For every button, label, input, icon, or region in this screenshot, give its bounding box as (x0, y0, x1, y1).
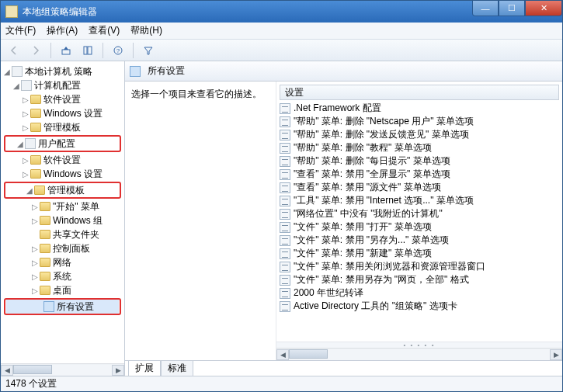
tree-hscrollbar[interactable]: ◀ ▶ (1, 363, 124, 376)
statusbar: 1478 个设置 (1, 376, 562, 391)
svg-rect-1 (84, 47, 87, 54)
settings-list[interactable]: .Net Framework 配置"帮助" 菜单: 删除 "Netscape 用… (276, 102, 562, 342)
list-item[interactable]: "文件" 菜单: 禁用关闭浏览器和资源管理器窗口 (280, 260, 559, 273)
setting-icon (280, 235, 290, 246)
navigation-tree[interactable]: ◢本地计算机 策略 ◢计算机配置 ▷软件设置 ▷Windows 设置 ▷管理模板… (1, 61, 124, 363)
folder-icon (40, 258, 50, 267)
resize-handle[interactable]: • • • • • (276, 342, 562, 348)
tree-admin-shared[interactable]: 共享文件夹 (53, 228, 99, 241)
highlight-admin-templates: ◢管理模板 (4, 182, 121, 199)
tree-admin-desktop[interactable]: 桌面 (53, 284, 71, 297)
list-item-label: "帮助" 菜单: 删除 "Netscape 用户" 菜单选项 (294, 115, 474, 128)
tree-admin-system[interactable]: 系统 (53, 270, 71, 283)
setting-icon (280, 143, 290, 154)
policy-icon (12, 66, 23, 77)
app-icon (5, 5, 18, 18)
list-item-label: "帮助" 菜单: 删除 "每日提示" 菜单选项 (294, 154, 450, 168)
forward-button[interactable] (27, 42, 44, 59)
list-item-label: "网络位置" 中没有 "我附近的计算机" (294, 207, 443, 220)
scroll-left-icon[interactable]: ◀ (276, 349, 289, 360)
tree-user-config[interactable]: 用户配置 (38, 137, 75, 151)
list-item[interactable]: "工具" 菜单: 禁用 "Internet 选项..." 菜单选项 (280, 194, 559, 207)
filter-button[interactable] (140, 42, 157, 59)
list-item-label: "查看" 菜单: 禁用 "源文件" 菜单选项 (294, 181, 441, 194)
tree-cc-software[interactable]: 软件设置 (43, 93, 81, 106)
list-item-label: "帮助" 菜单: 删除 "发送反馈意见" 菜单选项 (294, 128, 469, 141)
up-button[interactable] (57, 42, 75, 59)
list-item[interactable]: "帮助" 菜单: 删除 "教程" 菜单选项 (280, 141, 559, 154)
menu-file[interactable]: 文件(F) (5, 24, 36, 37)
tab-extended[interactable]: 扩展 (128, 360, 161, 376)
tree-uc-windows[interactable]: Windows 设置 (43, 168, 103, 181)
tree-admin-wincomp[interactable]: Windows 组 (53, 214, 103, 227)
all-settings-icon (43, 301, 54, 312)
back-button[interactable] (5, 42, 23, 59)
setting-icon (280, 222, 290, 233)
list-item[interactable]: "文件" 菜单: 禁用 "打开" 菜单选项 (280, 220, 559, 234)
list-item[interactable]: "帮助" 菜单: 删除 "Netscape 用户" 菜单选项 (280, 115, 559, 128)
tree-admin-network[interactable]: 网络 (53, 256, 71, 269)
menubar: 文件(F) 操作(A) 查看(V) 帮助(H) (1, 23, 562, 40)
tree-admin-start[interactable]: "开始" 菜单 (53, 200, 99, 213)
menu-help[interactable]: 帮助(H) (130, 24, 162, 37)
scroll-left-icon[interactable]: ◀ (1, 365, 13, 376)
details-pane: 所有设置 选择一个项目来查看它的描述。 设置 .Net Framework 配置… (125, 61, 562, 376)
list-item[interactable]: "文件" 菜单: 禁用 "新建" 菜单选项 (280, 247, 559, 260)
settings-list-column: 设置 .Net Framework 配置"帮助" 菜单: 删除 "Netscap… (276, 82, 562, 360)
computer-config-icon (21, 80, 32, 91)
tree-root[interactable]: 本地计算机 策略 (25, 65, 92, 78)
tree-admin-control[interactable]: 控制面板 (53, 242, 90, 255)
maximize-button[interactable]: ☐ (499, 1, 525, 16)
scroll-right-icon[interactable]: ▶ (112, 365, 124, 376)
tree-cc-windows[interactable]: Windows 设置 (43, 107, 103, 120)
list-item[interactable]: "网络位置" 中没有 "我附近的计算机" (280, 207, 559, 220)
list-item[interactable]: "文件" 菜单: 禁用另存为 "网页，全部" 格式 (280, 273, 559, 286)
titlebar: 本地组策略编辑器 — ☐ ✕ (1, 1, 562, 23)
column-header-setting[interactable]: 设置 (280, 85, 559, 100)
highlight-all-settings: 所有设置 (4, 298, 121, 315)
toolbar: ? (1, 40, 562, 61)
setting-icon (280, 116, 290, 127)
minimize-button[interactable]: — (472, 1, 499, 16)
folder-icon (30, 169, 41, 179)
menu-action[interactable]: 操作(A) (47, 24, 78, 37)
list-hscrollbar[interactable]: ◀ ▶ (276, 348, 562, 360)
list-item[interactable]: "文件" 菜单: 禁用 "另存为..." 菜单选项 (280, 234, 559, 247)
details-title: 所有设置 (148, 64, 185, 78)
list-item[interactable]: 2000 年世纪转译 (280, 286, 559, 300)
tree-uc-admin[interactable]: 管理模板 (47, 184, 85, 197)
menu-view[interactable]: 查看(V) (89, 24, 120, 37)
setting-icon (280, 103, 290, 114)
scroll-right-icon[interactable]: ▶ (550, 349, 562, 360)
list-item-label: "文件" 菜单: 禁用 "新建" 菜单选项 (294, 247, 432, 260)
svg-rect-0 (62, 50, 70, 54)
tree-all-settings[interactable]: 所有设置 (57, 300, 94, 314)
setting-icon (280, 130, 290, 140)
setting-icon (280, 169, 290, 180)
show-hide-button[interactable] (79, 42, 96, 59)
folder-icon (30, 123, 41, 132)
tree-cc-admin[interactable]: 管理模板 (43, 121, 81, 134)
help-button[interactable]: ? (109, 42, 127, 59)
list-item-label: .Net Framework 配置 (294, 102, 381, 115)
list-item-label: "文件" 菜单: 禁用 "另存为..." 菜单选项 (294, 234, 449, 247)
list-item[interactable]: "查看" 菜单: 禁用 "全屏显示" 菜单选项 (280, 168, 559, 181)
list-item[interactable]: "帮助" 菜单: 删除 "发送反馈意见" 菜单选项 (280, 128, 559, 141)
close-button[interactable]: ✕ (525, 1, 562, 16)
folder-icon (30, 155, 41, 165)
tree-computer-config[interactable]: 计算机配置 (34, 79, 81, 92)
details-header: 所有设置 (125, 61, 562, 82)
svg-rect-2 (88, 47, 92, 54)
setting-icon (280, 156, 290, 167)
list-item-label: Active Directory 工具的 "组策略" 选项卡 (294, 300, 457, 313)
setting-icon (280, 275, 290, 286)
list-item-label: "查看" 菜单: 禁用 "全屏显示" 菜单选项 (294, 168, 450, 181)
app-window: 本地组策略编辑器 — ☐ ✕ 文件(F) 操作(A) 查看(V) 帮助(H) ?… (0, 0, 563, 392)
folder-icon (40, 202, 50, 211)
list-item[interactable]: .Net Framework 配置 (280, 102, 559, 115)
list-item[interactable]: "查看" 菜单: 禁用 "源文件" 菜单选项 (280, 181, 559, 194)
list-item[interactable]: "帮助" 菜单: 删除 "每日提示" 菜单选项 (280, 154, 559, 168)
tab-standard[interactable]: 标准 (161, 360, 193, 376)
tree-uc-software[interactable]: 软件设置 (43, 154, 81, 167)
list-item[interactable]: Active Directory 工具的 "组策略" 选项卡 (280, 300, 559, 313)
